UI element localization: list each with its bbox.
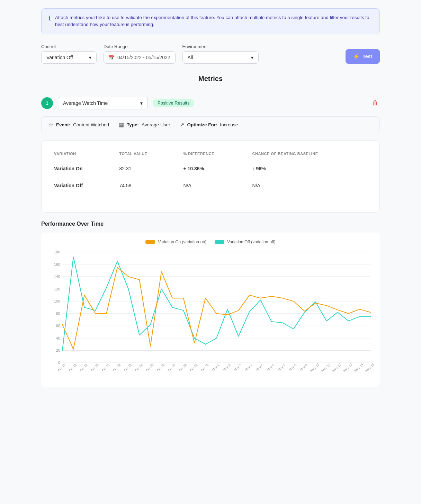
svg-text:May 8: May 8: [288, 363, 297, 371]
performance-chart: 020406080100120140160180Apr 17Apr 18Apr …: [47, 249, 374, 380]
cell-total-value: 82.31: [114, 160, 178, 177]
svg-text:May 11: May 11: [321, 363, 331, 372]
col-chance: CHANCE OF BEATING BASELINE: [247, 147, 373, 160]
svg-text:Apr 21: Apr 21: [101, 363, 110, 372]
svg-text:160: 160: [54, 262, 60, 266]
table-header-row: VARIATION TOTAL VALUE % DIFFERENCE CHANC…: [48, 147, 373, 160]
svg-text:80: 80: [56, 312, 60, 316]
date-input[interactable]: 📅 04/15/2022 - 05/15/2022: [104, 51, 176, 64]
banner-text: Attach metrics you'd like to use to vali…: [55, 14, 373, 28]
legend-item-on: Variation On (variation-on): [145, 240, 206, 244]
svg-text:0: 0: [58, 361, 60, 365]
divider: [41, 90, 380, 90]
svg-text:40: 40: [56, 336, 60, 340]
grid-icon: ▦: [119, 122, 124, 128]
optimize-item: ↗ Optimize For: Increase: [180, 122, 238, 128]
event-value: Content Watched: [73, 122, 109, 127]
table-row: Variation Off 74.58 N/A N/A: [48, 177, 373, 194]
svg-text:Apr 18: Apr 18: [68, 363, 77, 372]
svg-text:May 1: May 1: [211, 363, 220, 371]
test-button[interactable]: ⚡ Test: [346, 49, 380, 64]
event-label: Event:: [56, 122, 70, 127]
positive-results-badge: Positive Results: [153, 99, 194, 107]
type-label: Type:: [127, 122, 139, 127]
svg-text:Apr 29: Apr 29: [189, 363, 198, 372]
svg-text:Apr 22: Apr 22: [112, 363, 121, 372]
env-label: Environment: [182, 44, 259, 49]
svg-text:Apr 19: Apr 19: [79, 363, 88, 372]
metric-select[interactable]: Average Watch Time ▾: [58, 97, 148, 109]
performance-over-time-section: Performance Over Time Variation On (vari…: [41, 221, 380, 387]
svg-text:60: 60: [56, 324, 60, 328]
delete-metric-button[interactable]: 🗑: [371, 98, 380, 108]
legend-color-off: [215, 240, 224, 244]
svg-text:140: 140: [54, 275, 60, 279]
svg-text:May 5: May 5: [255, 363, 264, 371]
trend-icon: ↗: [180, 122, 184, 128]
env-value: All: [188, 55, 193, 60]
svg-text:May 10: May 10: [310, 363, 320, 372]
svg-text:May 14: May 14: [353, 363, 364, 372]
controls-row: Control Variation Off ▾ Date Range 📅 04/…: [41, 44, 380, 64]
svg-text:20: 20: [56, 349, 60, 352]
svg-text:May 15: May 15: [365, 363, 374, 372]
chart-container: Variation On (variation-on) Variation Of…: [41, 233, 380, 387]
info-icon: ℹ: [48, 15, 51, 22]
control-select[interactable]: Variation Off ▾: [41, 51, 97, 64]
col-pct-diff: % DIFFERENCE: [178, 147, 247, 160]
chart-legend: Variation On (variation-on) Variation Of…: [47, 240, 374, 244]
svg-text:May 7: May 7: [277, 363, 286, 371]
metric-number: 1: [41, 97, 53, 109]
svg-text:Apr 25: Apr 25: [145, 363, 154, 372]
env-group: Environment All ▾: [182, 44, 259, 64]
cell-pct-diff: N/A: [178, 177, 247, 194]
chart-area: 020406080100120140160180Apr 17Apr 18Apr …: [47, 249, 374, 381]
type-item: ▦ Type: Average User: [119, 122, 170, 128]
info-banner: ℹ Attach metrics you'd like to use to va…: [41, 8, 380, 34]
col-variation: VARIATION: [48, 147, 114, 160]
cell-variation: Variation Off: [48, 177, 114, 194]
test-button-label: Test: [362, 54, 372, 59]
cell-pct-diff: + 10.36%: [178, 160, 247, 177]
metrics-table-card: VARIATION TOTAL VALUE % DIFFERENCE CHANC…: [41, 140, 380, 213]
control-value: Variation Off: [46, 55, 73, 60]
svg-text:Apr 23: Apr 23: [123, 363, 132, 372]
col-total-value: TOTAL VALUE: [114, 147, 178, 160]
svg-text:Apr 20: Apr 20: [90, 363, 99, 372]
optimize-label: Optimize For:: [187, 122, 217, 127]
chart-title: Performance Over Time: [41, 221, 380, 227]
calendar-icon: 📅: [109, 55, 115, 60]
event-item: ☆ Event: Content Watched: [48, 122, 109, 128]
svg-text:Apr 27: Apr 27: [167, 363, 176, 372]
svg-text:May 6: May 6: [266, 363, 275, 371]
star-icon: ☆: [48, 122, 53, 128]
svg-text:100: 100: [54, 299, 60, 303]
metric-row: 1 Average Watch Time ▾ Positive Results …: [41, 97, 380, 109]
legend-item-off: Variation Off (variation-off): [215, 240, 275, 244]
metrics-title: Metrics: [41, 75, 380, 83]
optimize-value: Increase: [220, 122, 238, 127]
svg-text:Apr 24: Apr 24: [134, 363, 143, 372]
chevron-down-icon: ▾: [89, 55, 91, 60]
svg-text:120: 120: [54, 287, 60, 291]
svg-text:May 13: May 13: [343, 363, 353, 372]
legend-label-off: Variation Off (variation-off): [227, 240, 275, 244]
date-label: Date Range: [104, 44, 176, 49]
legend-label-on: Variation On (variation-on): [158, 240, 206, 244]
chevron-down-icon: ▾: [140, 100, 143, 106]
bolt-icon: ⚡: [353, 53, 360, 60]
svg-text:May 3: May 3: [233, 363, 242, 371]
svg-text:180: 180: [54, 250, 60, 254]
date-value: 04/15/2022 - 05/15/2022: [117, 55, 170, 60]
svg-text:May 2: May 2: [222, 363, 231, 371]
svg-text:May 12: May 12: [332, 363, 342, 372]
svg-text:May 9: May 9: [299, 363, 308, 371]
svg-text:Apr 28: Apr 28: [178, 363, 187, 372]
cell-variation: Variation On: [48, 160, 114, 177]
control-group: Control Variation Off ▾: [41, 44, 97, 64]
metric-name: Average Watch Time: [63, 100, 108, 106]
svg-text:Apr 26: Apr 26: [156, 363, 165, 372]
env-select[interactable]: All ▾: [182, 51, 259, 64]
legend-color-on: [145, 240, 155, 244]
metrics-table: VARIATION TOTAL VALUE % DIFFERENCE CHANC…: [48, 147, 373, 194]
